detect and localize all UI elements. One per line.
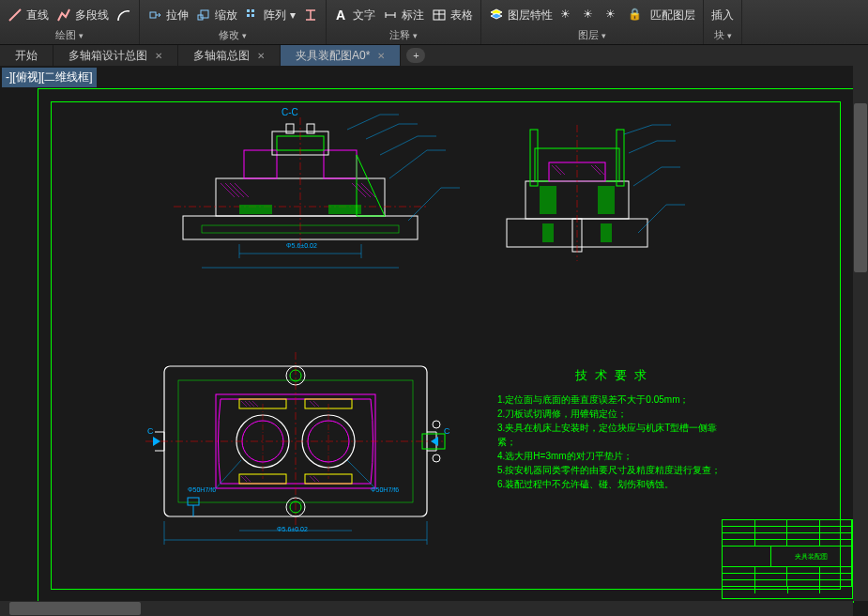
- tab-label: 夹具装配图A0*: [296, 48, 370, 64]
- svg-point-78: [433, 421, 440, 428]
- ribbon-group-modify: 拉伸 缩放 阵列▾ 修改: [140, 0, 327, 44]
- matchlayer-button[interactable]: 匹配图层: [650, 8, 695, 23]
- svg-marker-109: [431, 437, 438, 446]
- tab-label: 多轴箱设计总图: [69, 48, 147, 64]
- ribbon-label-block[interactable]: 块: [714, 28, 732, 42]
- svg-rect-4: [247, 9, 250, 12]
- scale-button[interactable]: 缩放: [196, 8, 237, 23]
- svg-line-68: [624, 125, 652, 134]
- section-c-right: C: [444, 426, 450, 436]
- svg-rect-55: [530, 130, 538, 186]
- tab-label: 多轴箱总图: [193, 48, 250, 64]
- arc-icon: [116, 8, 131, 23]
- insert-button[interactable]: 插入: [711, 8, 734, 23]
- ribbon-toolbar: 直线 多段线 绘图 拉伸: [0, 0, 868, 45]
- stretch-button[interactable]: 拉伸: [147, 8, 189, 23]
- layer-sun3[interactable]: ☀: [605, 8, 620, 23]
- svg-rect-64: [542, 223, 554, 242]
- svg-line-58: [552, 165, 561, 175]
- table-button[interactable]: 表格: [432, 8, 473, 23]
- new-tab-button[interactable]: +: [406, 48, 425, 63]
- polyline-icon: [56, 8, 71, 23]
- text-button[interactable]: A 文字: [334, 8, 375, 23]
- vertical-scrollbar[interactable]: [853, 66, 868, 601]
- array-label: 阵列: [264, 8, 286, 23]
- dim-label-3: Φ50H7/f6: [188, 486, 216, 493]
- tech-req-item: 3.夹具在机床上安装时，定位块应与机床T型槽一侧靠紧；: [497, 421, 732, 449]
- close-icon[interactable]: ✕: [257, 51, 265, 61]
- layer-sun1[interactable]: ☀: [560, 8, 575, 23]
- dim-label-4: Φ50H7/f6: [371, 486, 399, 493]
- dim-button[interactable]: 标注: [383, 8, 424, 23]
- ribbon-group-annotate: A 文字 标注 表格 注释: [327, 0, 481, 44]
- sun-icon: ☀: [583, 8, 598, 23]
- sun-icon: ☀: [605, 8, 620, 23]
- text-icon: A: [334, 8, 349, 23]
- drawing-viewport[interactable]: C-C: [0, 66, 868, 616]
- layer-lock[interactable]: 🔒: [628, 8, 643, 23]
- layer-sun2[interactable]: ☀: [583, 8, 598, 23]
- title-block-main: 夹具装配图: [771, 547, 852, 566]
- section-c-left: C: [147, 426, 154, 436]
- tab-doc1[interactable]: 多轴箱设计总图 ✕: [53, 45, 178, 67]
- sun-icon: ☀: [560, 8, 575, 23]
- insert-label: 插入: [711, 8, 734, 23]
- svg-line-0: [9, 9, 21, 21]
- viewport-label[interactable]: -][俯视][二维线框]: [2, 68, 97, 87]
- arc-button[interactable]: [116, 8, 131, 23]
- tab-start[interactable]: 开始: [0, 45, 53, 67]
- ribbon-label-draw[interactable]: 绘图: [55, 28, 84, 42]
- svg-line-61: [595, 165, 604, 175]
- tab-doc2[interactable]: 多轴箱总图 ✕: [178, 45, 281, 67]
- tab-label: 开始: [15, 48, 38, 64]
- svg-rect-62: [540, 186, 556, 214]
- stretch-icon: [147, 8, 162, 23]
- tab-doc3[interactable]: 夹具装配图A0* ✕: [281, 45, 401, 67]
- scale-label: 缩放: [215, 8, 237, 23]
- ribbon-label-annotate[interactable]: 注释: [389, 28, 418, 42]
- array-button[interactable]: 阵列▾: [245, 8, 296, 23]
- ribbon-group-block: 插入 块: [704, 0, 742, 44]
- polyline-button[interactable]: 多段线: [56, 8, 109, 23]
- svg-rect-7: [251, 14, 254, 17]
- polyline-label: 多段线: [75, 8, 109, 23]
- horizontal-scrollbar[interactable]: [0, 601, 853, 616]
- table-icon: [432, 8, 447, 23]
- svg-text:A: A: [336, 8, 345, 23]
- svg-point-79: [433, 454, 440, 462]
- tech-req-item: 5.按安机器同类零件的由要尺寸及精度精度进行复查；: [497, 463, 732, 477]
- svg-rect-3: [201, 10, 208, 18]
- tech-req-item: 4.选大用H=3mm的对刀平垫片；: [497, 449, 732, 463]
- svg-line-44: [389, 150, 427, 178]
- table-label: 表格: [450, 8, 473, 23]
- close-icon[interactable]: ✕: [155, 51, 162, 61]
- svg-line-42: [380, 136, 418, 155]
- matchlayer-label: 匹配图层: [650, 8, 695, 23]
- ribbon-group-layer: 图层特性 ☀ ☀ ☀ 🔒 匹配图层 图层: [481, 0, 704, 44]
- svg-rect-56: [617, 130, 624, 186]
- horizontal-scroll-thumb[interactable]: [9, 602, 141, 615]
- layerprops-button[interactable]: 图层特性: [489, 8, 553, 23]
- svg-rect-5: [251, 9, 254, 12]
- dim-label-1: Φ5.6±0.02: [286, 242, 317, 249]
- lock-icon: 🔒: [628, 8, 643, 23]
- title-block: 夹具装配图: [722, 519, 853, 599]
- dim-label-2: Φ5.6±0.02: [277, 526, 308, 532]
- modify-extra-button[interactable]: [303, 8, 318, 23]
- dim-label: 标注: [402, 8, 424, 23]
- svg-rect-6: [247, 14, 250, 17]
- line-button[interactable]: 直线: [8, 8, 49, 23]
- line-icon: [8, 8, 23, 23]
- layerprops-label: 图层特性: [508, 8, 553, 23]
- text-label: 文字: [353, 8, 375, 23]
- close-icon[interactable]: ✕: [377, 51, 385, 61]
- svg-line-70: [629, 141, 657, 153]
- svg-rect-112: [188, 498, 199, 505]
- misc-icon: [303, 8, 318, 23]
- vertical-scroll-thumb[interactable]: [854, 103, 867, 272]
- ribbon-label-modify[interactable]: 修改: [219, 28, 247, 42]
- ribbon-label-layer[interactable]: 图层: [578, 28, 606, 42]
- svg-rect-1: [150, 12, 156, 18]
- svg-marker-108: [153, 437, 160, 446]
- tech-req-item: 1.定位面与底面的垂直度误差不大于0.05mm；: [497, 393, 732, 407]
